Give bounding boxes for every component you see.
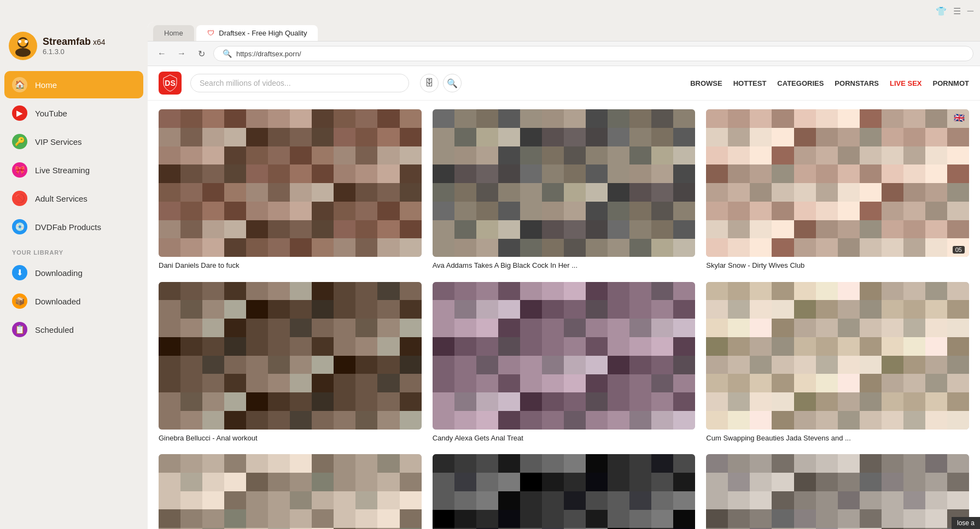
sidebar-library-nav: ⬇ Downloading 📦 Downloaded 📋 Scheduled (0, 259, 148, 343)
brand: Streamfab x64 6.1.3.0 (0, 27, 148, 71)
video-title-v2: Ava Addams Takes A Big Black Cock In Her… (433, 261, 696, 271)
video-thumb-v8 (433, 454, 696, 529)
sidebar-item-live-streaming[interactable]: 🎀 Live Streaming (4, 156, 143, 184)
nav-label-vip-services: VIP Services (35, 137, 82, 146)
sidebar-item-downloading[interactable]: ⬇ Downloading (4, 259, 143, 286)
sidebar-item-scheduled[interactable]: 📋 Scheduled (4, 316, 143, 343)
video-thumb-v3: 05🇬🇧 (706, 109, 969, 257)
site-nav-live-sex[interactable]: LIVE SEX (890, 79, 922, 87)
video-card-v6[interactable]: Cum Swapping Beauties Jada Stevens and .… (706, 282, 969, 444)
video-card-v7[interactable] (159, 454, 422, 529)
sidebar-nav: 🏠 Home ▶ YouTube 🔑 VIP Services 🎀 Live S… (0, 71, 148, 240)
svg-point-3 (15, 48, 31, 57)
db-icon-btn[interactable]: 🗄 (420, 74, 439, 92)
video-title-v5: Candy Alexa Gets Anal Treat (433, 433, 696, 443)
video-flag-v3: 🇬🇧 (954, 113, 965, 123)
brand-text: Streamfab x64 6.1.3.0 (43, 36, 106, 56)
video-card-v3[interactable]: 05🇬🇧 Skylar Snow - Dirty Wives Club (706, 109, 969, 271)
video-thumb-v5 (433, 282, 696, 430)
nav-icon-scheduled: 📋 (12, 322, 27, 337)
site-nav-hottest[interactable]: HOTTEST (733, 79, 767, 87)
forward-button[interactable]: → (174, 46, 189, 61)
nav-label-downloading: Downloading (35, 268, 83, 278)
video-grid: Dani Daniels Dare to fuck Ava Addams Tak… (159, 109, 969, 529)
search-icon: 🔍 (223, 49, 232, 58)
app-body: Streamfab x64 6.1.3.0 🏠 Home ▶ YouTube 🔑… (0, 22, 980, 529)
url-text: https://draftsex.porn/ (236, 50, 301, 58)
sidebar: Streamfab x64 6.1.3.0 🏠 Home ▶ YouTube 🔑… (0, 22, 148, 529)
nav-icon-downloading: ⬇ (12, 265, 27, 280)
nav-icon-adult-services: 🚫 (12, 191, 27, 206)
nav-label-home: Home (35, 80, 57, 90)
tab-label-home-tab: Home (164, 29, 183, 37)
sidebar-item-youtube[interactable]: ▶ YouTube (4, 99, 143, 127)
video-grid-container[interactable]: Dani Daniels Dare to fuck Ava Addams Tak… (148, 101, 980, 529)
close-overlay[interactable]: lose a (952, 517, 980, 529)
nav-icon-dvdfab-products: 💿 (12, 219, 27, 234)
address-bar[interactable]: 🔍 https://draftsex.porn/ (213, 46, 973, 61)
search-submit-btn[interactable]: 🔍 (443, 74, 462, 92)
video-card-v2[interactable]: Ava Addams Takes A Big Black Cock In Her… (433, 109, 696, 271)
tab-label-draftsex-tab: Draftsex - Free High Quality (219, 29, 307, 37)
video-card-v1[interactable]: Dani Daniels Dare to fuck (159, 109, 422, 271)
nav-label-dvdfab-products: DVDFab Products (35, 222, 101, 232)
menu-icon[interactable]: ☰ (953, 6, 961, 16)
site-nav-links: BROWSEHOTTESTCATEGORIESPORNSTARSLIVE SEX… (690, 79, 969, 87)
video-card-v8[interactable] (433, 454, 696, 529)
site-search[interactable]: Search millions of videos... (190, 74, 409, 92)
video-card-v4[interactable]: Ginebra Bellucci - Anal workout (159, 282, 422, 444)
sidebar-item-dvdfab-products[interactable]: 💿 DVDFab Products (4, 213, 143, 240)
browser-chrome: ← → ↻ 🔍 https://draftsex.porn/ (148, 42, 980, 66)
video-thumb-v7 (159, 454, 422, 529)
search-placeholder: Search millions of videos... (200, 79, 291, 87)
minimize-icon[interactable]: ─ (967, 6, 973, 16)
video-title-v6: Cum Swapping Beauties Jada Stevens and .… (706, 433, 969, 443)
site-nav-browse[interactable]: BROWSE (690, 79, 722, 87)
nav-label-scheduled: Scheduled (35, 325, 74, 334)
reload-button[interactable]: ↻ (194, 46, 209, 61)
site-nav-pornstars[interactable]: PORNSTARS (835, 79, 879, 87)
svg-text:DS: DS (165, 79, 175, 87)
video-thumb-v1 (159, 109, 422, 257)
video-duration-v3: 05 (953, 246, 965, 254)
video-title-v3: Skylar Snow - Dirty Wives Club (706, 261, 969, 271)
search-actions: 🗄 🔍 (420, 74, 462, 92)
site-navbar: DS Search millions of videos... 🗄 🔍 BROW… (148, 66, 980, 101)
nav-label-adult-services: Adult Services (35, 194, 88, 203)
video-title-v4: Ginebra Bellucci - Anal workout (159, 433, 422, 443)
nav-icon-youtube: ▶ (12, 105, 27, 121)
tab-home-tab[interactable]: Home (153, 25, 194, 41)
video-card-v9[interactable] (706, 454, 969, 529)
sidebar-item-home[interactable]: 🏠 Home (4, 71, 143, 98)
back-button[interactable]: ← (154, 46, 170, 61)
tab-bar: Home 🛡 Draftsex - Free High Quality (148, 22, 980, 42)
titlebar: 👕 ☰ ─ (0, 0, 980, 22)
tab-draftsex-tab[interactable]: 🛡 Draftsex - Free High Quality (196, 25, 318, 41)
nav-icon-downloaded: 📦 (12, 293, 27, 309)
svg-point-5 (25, 40, 28, 43)
video-card-v5[interactable]: Candy Alexa Gets Anal Treat (433, 282, 696, 444)
nav-icon-live-streaming: 🎀 (12, 162, 27, 178)
brand-version: 6.1.3.0 (43, 48, 106, 56)
shirt-icon[interactable]: 👕 (936, 6, 947, 16)
site-nav-pornmot[interactable]: PORNMOT (933, 79, 969, 87)
video-thumb-v2 (433, 109, 696, 257)
nav-label-downloaded: Downloaded (35, 297, 80, 306)
video-thumb-v6 (706, 282, 969, 430)
content-area: Home 🛡 Draftsex - Free High Quality ← → … (148, 22, 980, 529)
sidebar-item-vip-services[interactable]: 🔑 VIP Services (4, 128, 143, 155)
site-logo: DS (159, 72, 182, 95)
brand-name: Streamfab x64 (43, 36, 106, 48)
video-title-v1: Dani Daniels Dare to fuck (159, 261, 422, 271)
brand-logo (9, 32, 37, 60)
nav-label-youtube: YouTube (35, 109, 67, 118)
video-thumb-v9 (706, 454, 969, 529)
sidebar-item-adult-services[interactable]: 🚫 Adult Services (4, 185, 143, 212)
sidebar-item-downloaded[interactable]: 📦 Downloaded (4, 287, 143, 315)
nav-icon-vip-services: 🔑 (12, 134, 27, 149)
nav-icon-home: 🏠 (12, 77, 27, 92)
svg-point-4 (18, 40, 21, 43)
video-thumb-v4 (159, 282, 422, 430)
library-section-label: YOUR LIBRARY (0, 240, 148, 259)
site-nav-categories[interactable]: CATEGORIES (777, 79, 824, 87)
